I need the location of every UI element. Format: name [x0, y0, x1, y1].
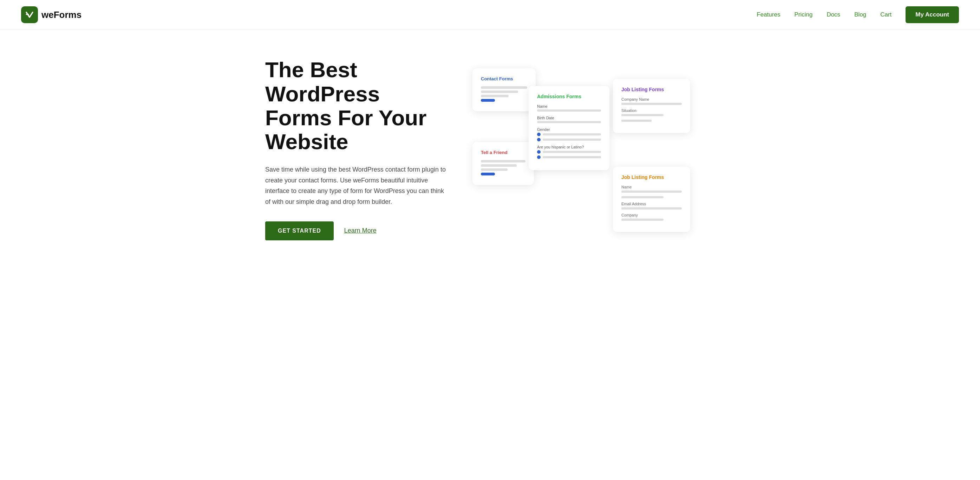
nav-blog[interactable]: Blog [854, 11, 866, 18]
job-bottom-field-name: Name [621, 185, 682, 189]
hispanic-radio-group [537, 150, 601, 159]
job-listing-forms-bottom-title: Job Listing Forms [621, 174, 682, 180]
contact-forms-card: Contact Forms [473, 68, 536, 111]
job-listing-forms-card-top: Job Listing Forms Company Name Situation [613, 79, 690, 133]
line-deco-blue [481, 173, 495, 176]
my-account-button[interactable]: My Account [905, 6, 959, 23]
admissions-field-hispanic: Are you hispanic or Latino? [537, 145, 601, 149]
field-line-birthdate [537, 121, 601, 123]
line-deco [481, 90, 518, 93]
radio-row [537, 155, 601, 159]
radio-line [542, 156, 601, 158]
admissions-forms-title: Admissions Forms [537, 94, 601, 99]
radio-line [542, 151, 601, 153]
nav-links: Features Pricing Docs Blog Cart My Accou… [757, 6, 959, 23]
hero-section: The Best WordPress Forms For Your Websit… [244, 30, 736, 261]
job-bottom-field-email: Email Address [621, 202, 682, 206]
job-listing-forms-top-title: Job Listing Forms [621, 87, 682, 92]
line-deco [481, 160, 525, 162]
line-deco-blue [481, 99, 495, 102]
radio-row [537, 133, 601, 136]
gender-radio-group [537, 133, 601, 141]
logo-icon [21, 6, 38, 23]
sub-line [621, 190, 682, 193]
hero-left: The Best WordPress Forms For Your Websit… [265, 58, 448, 240]
radio-dot [537, 133, 541, 136]
line-deco [481, 86, 527, 89]
sub-line [621, 208, 682, 209]
sub-line [621, 114, 663, 116]
line-deco [481, 168, 508, 171]
sub-line [621, 219, 663, 221]
admissions-forms-card: Admissions Forms Name Birth Date Gender [529, 86, 609, 170]
field-line-name [537, 109, 601, 112]
nav-docs[interactable]: Docs [827, 11, 840, 18]
admissions-field-birthdate: Birth Date [537, 116, 601, 120]
tell-a-friend-card: Tell a Friend [473, 142, 534, 185]
job-top-field-company: Company Name [621, 97, 682, 101]
radio-dot [537, 150, 541, 154]
form-cards-area: Contact Forms Tell a Friend Admissions F… [462, 58, 715, 240]
line-deco [481, 164, 517, 167]
sub-line [621, 196, 663, 198]
radio-row [537, 138, 601, 141]
learn-more-button[interactable]: Learn More [344, 227, 377, 234]
logo-text: weForms [41, 10, 81, 21]
radio-dot [537, 138, 541, 141]
admissions-field-name: Name [537, 104, 601, 108]
hero-description: Save time while using the best WordPress… [265, 164, 448, 207]
admissions-field-gender: Gender [537, 127, 601, 131]
radio-line [542, 139, 601, 141]
job-listing-forms-card-bottom: Job Listing Forms Name Email Address Com… [613, 167, 690, 232]
job-bottom-field-company: Company [621, 213, 682, 217]
job-top-field-situation: Situation [621, 108, 682, 112]
nav-cart[interactable]: Cart [880, 11, 891, 18]
sub-line [621, 103, 682, 105]
line-deco [481, 95, 509, 97]
logo[interactable]: weForms [21, 6, 81, 23]
nav-pricing[interactable]: Pricing [794, 11, 813, 18]
hero-title: The Best WordPress Forms For Your Websit… [265, 58, 448, 154]
contact-forms-title: Contact Forms [481, 76, 527, 81]
tell-a-friend-title: Tell a Friend [481, 150, 525, 155]
radio-row [537, 150, 601, 154]
radio-line [542, 133, 601, 135]
sub-line [621, 120, 652, 122]
nav-features[interactable]: Features [757, 11, 780, 18]
get-started-button[interactable]: GET STARTED [265, 222, 334, 240]
navbar: weForms Features Pricing Docs Blog Cart … [0, 0, 980, 30]
radio-dot [537, 155, 541, 159]
hero-right: Contact Forms Tell a Friend Admissions F… [462, 58, 715, 240]
hero-buttons: GET STARTED Learn More [265, 222, 448, 240]
